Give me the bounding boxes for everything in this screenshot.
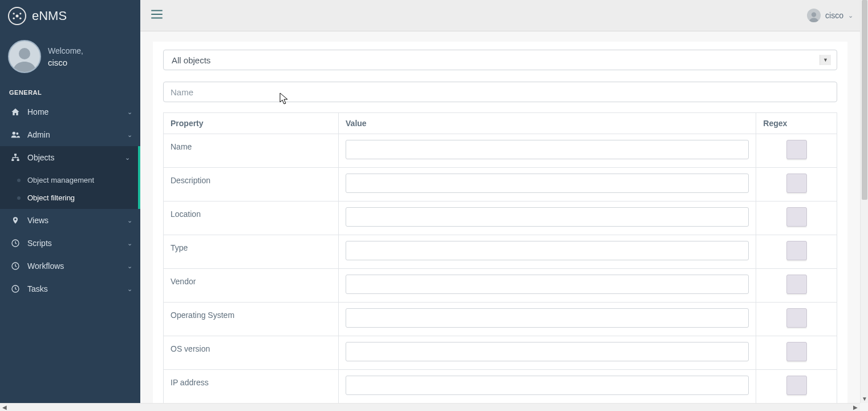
svg-point-4 [19,18,21,19]
property-label: Location [171,207,201,219]
svg-point-2 [19,13,21,14]
svg-point-0 [16,15,19,18]
svg-rect-8 [14,154,17,155]
sidebar-item-tasks[interactable]: Tasks ⌄ [0,277,140,300]
table-row: IP address [164,370,837,404]
col-header-property: Property [164,113,339,134]
svg-point-5 [19,48,30,59]
property-label: OS version [171,342,210,353]
col-header-value: Value [339,113,756,134]
property-label: IP address [171,376,209,387]
regex-toggle[interactable] [786,174,807,193]
property-label: Operating System [171,308,234,320]
welcome-label: Welcome, [48,46,83,55]
horizontal-scrollbar[interactable]: ◀ ▶ [0,403,860,411]
sitemap-icon [9,153,22,162]
sidebar-item-label: Admin [27,130,50,139]
topbar: cisco ⌄ [140,0,860,31]
chevron-down-icon: ⌄ [125,154,130,162]
regex-toggle[interactable] [786,342,807,361]
svg-point-7 [16,132,18,135]
svg-rect-10 [17,159,19,161]
col-header-regex: Regex [756,113,837,134]
sidebar-section-general: GENERAL [0,83,140,100]
scope-selected-value: All objects [172,55,210,65]
sidebar-sub-objects: Object management Object filtering [0,169,140,209]
brand-text: eNMS [32,9,67,23]
table-row: OS version [164,336,837,370]
sidebar-item-workflows[interactable]: Workflows ⌄ [0,255,140,277]
sidebar-sub-object-filtering[interactable]: Object filtering [0,189,138,207]
scope-select[interactable]: All objects [163,50,837,70]
regex-toggle[interactable] [786,308,807,328]
scrollbar-thumb[interactable] [862,0,867,200]
table-row: Location [164,202,837,235]
svg-point-6 [13,132,15,135]
sidebar-item-label: Workflows [27,261,64,271]
scroll-right-icon[interactable]: ▶ [853,404,858,410]
property-label: Name [171,140,192,151]
menu-toggle-button[interactable] [149,7,164,24]
chevron-down-icon: ⌄ [848,12,853,19]
clock-icon [9,261,22,271]
regex-toggle[interactable] [786,207,807,227]
sidebar-sub-object-management[interactable]: Object management [0,171,138,189]
table-row: Vendor [164,269,837,303]
brand[interactable]: eNMS [0,0,140,34]
value-input[interactable] [346,241,749,260]
svg-rect-9 [11,159,14,161]
value-input[interactable] [346,174,749,193]
brand-logo-icon [8,7,26,25]
vertical-scrollbar[interactable]: ▼ [860,0,868,403]
value-input[interactable] [346,308,749,328]
svg-point-3 [13,18,15,19]
scroll-left-icon[interactable]: ◀ [2,404,7,410]
sidebar-item-views[interactable]: Views ⌄ [0,209,140,232]
regex-toggle[interactable] [786,275,807,294]
property-label: Vendor [171,275,196,286]
sidebar-item-objects[interactable]: Objects ⌄ [0,146,140,169]
table-row: Operating System [164,303,837,336]
value-input[interactable] [346,376,749,395]
property-label: Description [171,174,210,185]
regex-toggle[interactable] [786,376,807,395]
value-input[interactable] [346,275,749,294]
svg-point-14 [812,13,816,17]
sidebar-item-label: Home [27,107,48,116]
sidebar-item-scripts[interactable]: Scripts ⌄ [0,232,140,255]
regex-toggle[interactable] [786,140,807,159]
sidebar-item-admin[interactable]: Admin ⌄ [0,123,140,146]
sidebar-item-label: Objects [27,153,54,162]
profile-block: Welcome, cisco [0,34,140,83]
sidebar: eNMS Welcome, cisco GENERAL Home ⌄ Admin… [0,0,140,411]
value-input[interactable] [346,342,749,361]
avatar[interactable] [8,40,41,73]
filter-panel: All objects Property Value Regex NameDes… [153,42,847,403]
scroll-down-icon[interactable]: ▼ [862,396,867,402]
regex-toggle[interactable] [786,241,807,260]
home-icon [9,107,22,116]
chevron-down-icon: ⌄ [127,217,132,224]
value-input[interactable] [346,140,749,159]
properties-table: Property Value Regex NameDescriptionLoca… [163,112,837,403]
sidebar-item-label: Tasks [27,284,48,293]
filter-name-input[interactable] [163,82,837,102]
welcome-user: cisco [48,58,83,67]
sidebar-item-label: Views [27,216,48,225]
table-row: Description [164,168,837,202]
sidebar-item-label: Scripts [27,239,52,248]
main-content: All objects Property Value Regex NameDes… [140,31,860,403]
svg-point-1 [13,13,15,14]
chevron-down-icon: ⌄ [127,240,132,247]
sidebar-sub-label: Object filtering [27,194,75,202]
sidebar-sub-label: Object management [27,176,94,184]
chevron-down-icon: ⌄ [127,108,132,116]
property-label: Type [171,241,188,252]
user-menu[interactable]: cisco ⌄ [807,9,853,22]
user-menu-name: cisco [825,11,843,20]
sidebar-item-home[interactable]: Home ⌄ [0,100,140,123]
value-input[interactable] [346,207,749,227]
clock-icon [9,284,22,293]
table-row: Type [164,235,837,269]
map-pin-icon [9,216,22,225]
